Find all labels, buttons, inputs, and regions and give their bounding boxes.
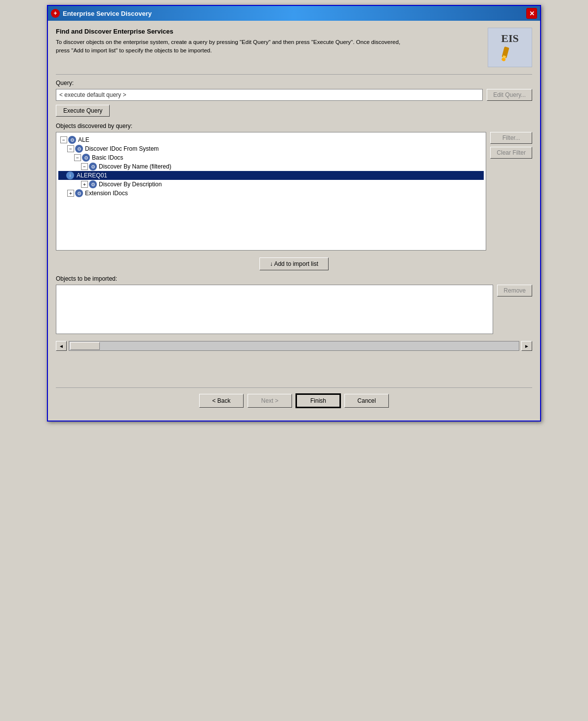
close-button[interactable]: ✕ [526,8,537,19]
ale-label: ALE [77,136,90,143]
tree-node-discover-by-name[interactable]: − Discover By Name (filtered) [58,162,484,171]
import-container[interactable] [56,285,493,334]
cancel-button[interactable]: Cancel [344,394,389,408]
import-label: Objects to be imported: [56,275,532,282]
empty-space [56,358,532,387]
edit-query-button[interactable]: Edit Query... [487,89,532,101]
tree-node-extension-idocs[interactable]: + Extension IDocs [58,189,484,198]
footer-buttons: < Back Next > Finish Cancel [56,387,532,414]
expand-ale[interactable]: − [60,136,67,143]
clear-filter-button[interactable]: Clear Filter [490,147,532,159]
discover-by-desc-icon [89,180,97,188]
query-section: Query: Edit Query... Execute Query [56,80,532,123]
add-to-import-button[interactable]: ↓ Add to import list [259,257,329,270]
expand-basic-idocs[interactable]: − [74,154,81,161]
tree-node-discover-by-desc[interactable]: + Discover By Description [58,180,484,189]
scrollbar-track[interactable] [69,341,519,351]
title-bar: + Enterprise Service Discovery ✕ [48,6,540,21]
tree-node-ale[interactable]: − ALE [58,135,484,144]
expand-discover-by-name[interactable]: − [81,163,88,170]
tree-node-discover-idoc[interactable]: − Discover IDoc From System [58,144,484,153]
content-area: Find and Discover Enterprise Services To… [48,21,540,421]
discover-by-desc-label: Discover By Description [98,181,163,188]
scrollbar-area: ◄ ► [56,341,532,351]
query-label: Query: [56,80,532,86]
discover-idoc-icon [75,145,83,153]
query-row: Edit Query... [56,89,532,101]
remove-button[interactable]: Remove [497,285,532,297]
tree-node-basic-idocs[interactable]: − Basic IDocs [58,153,484,162]
tree-buttons: Filter... Clear Filter [490,132,532,251]
alereq01-label: ALEREQ01 [75,172,109,179]
expand-discover-by-desc[interactable]: + [81,181,88,188]
back-button[interactable]: < Back [199,394,244,408]
finish-button[interactable]: Finish [296,394,340,408]
import-section: Objects to be imported: Remove [56,275,532,334]
header-title: Find and Discover Enterprise Services [56,28,482,35]
logo-brush-icon [499,45,521,63]
discover-by-name-icon [89,163,97,170]
eis-logo: EIS [488,28,532,67]
extension-idocs-icon [75,189,83,197]
extension-idocs-label: Extension IDocs [84,190,129,197]
query-input[interactable] [56,89,483,101]
app-icon: + [51,9,60,18]
next-button[interactable]: Next > [248,394,292,408]
add-btn-row: ↓ Add to import list [56,257,532,270]
alereq01-icon: i [66,171,74,179]
logo-text: EIS [501,32,518,45]
ale-icon [68,136,76,144]
tree-container[interactable]: − ALE − Discover IDoc From System − [56,132,486,251]
discovered-label: Objects discovered by query: [56,123,532,129]
title-bar-left: + Enterprise Service Discovery [51,9,152,18]
main-window: + Enterprise Service Discovery ✕ Find an… [47,5,541,422]
discover-idoc-label: Discover IDoc From System [84,145,160,152]
header-text: Find and Discover Enterprise Services To… [56,28,482,55]
header-section: Find and Discover Enterprise Services To… [56,28,532,67]
scrollbar-thumb[interactable] [70,342,100,350]
header-divider [56,74,532,75]
filter-button[interactable]: Filter... [490,132,532,144]
import-buttons: Remove [497,285,532,334]
basic-idocs-icon [82,154,90,162]
window-title: Enterprise Service Discovery [63,10,152,17]
scroll-left-button[interactable]: ◄ [56,341,67,351]
expand-extension-idocs[interactable]: + [67,190,74,197]
execute-query-button[interactable]: Execute Query [56,105,110,117]
discover-by-name-label: Discover By Name (filtered) [98,163,172,170]
tree-area: − ALE − Discover IDoc From System − [56,132,532,251]
expand-discover-idoc[interactable]: − [67,145,74,152]
import-area: Remove [56,285,532,334]
basic-idocs-label: Basic IDocs [91,154,124,161]
header-desc: To discover objects on the enterprise sy… [56,38,402,55]
tree-node-alereq01[interactable]: i ALEREQ01 [58,171,484,180]
scroll-right-button[interactable]: ► [521,341,532,351]
discovered-section: Objects discovered by query: − ALE − Dis… [56,123,532,251]
